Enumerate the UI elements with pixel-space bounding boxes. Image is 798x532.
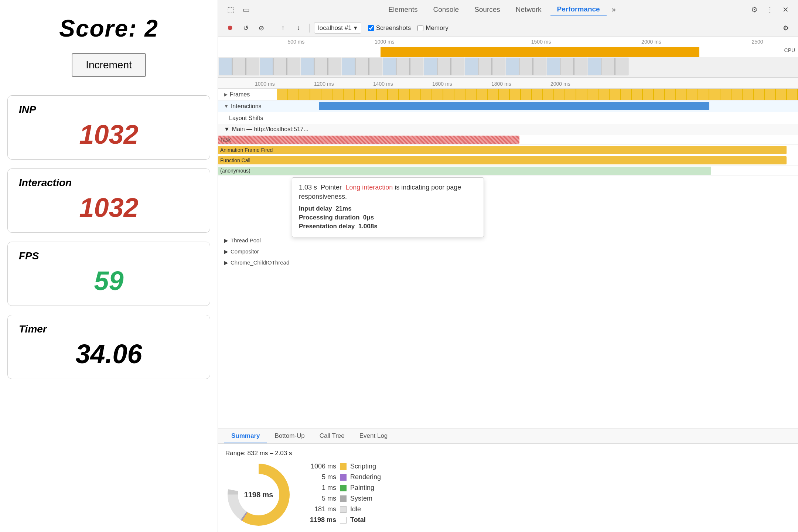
painting-label: Painting	[350, 484, 374, 492]
system-label: System	[350, 495, 372, 502]
url-selector[interactable]: localhost #1 ▾	[314, 22, 361, 34]
more-options-icon[interactable]: ⋮	[763, 3, 777, 16]
tab-sources[interactable]: Sources	[468, 3, 507, 16]
frames-label-text: Frames	[230, 91, 250, 98]
tab-event-log[interactable]: Event Log	[352, 429, 395, 443]
screenshots-checkbox-group: Screenshots	[368, 24, 411, 32]
flame-bar-anonymous[interactable]: (anonymous)	[218, 167, 711, 175]
memory-checkbox[interactable]	[417, 25, 423, 31]
record-button[interactable]: ⏺	[224, 22, 236, 34]
timeline-scroll[interactable]: ▶ Frames ▼ Interactions	[218, 89, 798, 429]
devtools-panel: ⬚ ▭ Elements Console Sources Network Per…	[218, 0, 798, 532]
capture-settings-icon[interactable]: ⚙	[780, 22, 792, 34]
scripting-swatch	[340, 463, 347, 470]
rendering-swatch	[340, 474, 347, 481]
tab-summary[interactable]: Summary	[224, 429, 267, 443]
performance-toolbar: ⏺ ↺ ⊘ ↑ ↓ localhost #1 ▾ Screenshots Mem…	[218, 19, 798, 37]
fps-value: 59	[19, 266, 199, 296]
score-title: Score: 2	[59, 15, 158, 42]
legend-system-ms: 5 ms	[307, 495, 336, 502]
timeline-main: 1000 ms 1200 ms 1400 ms 1600 ms 1800 ms …	[218, 78, 798, 429]
compositor-arrow[interactable]: ▶	[224, 248, 228, 255]
legend-total: 1198 ms Total	[307, 516, 381, 524]
legend-painting-ms: 1 ms	[307, 484, 336, 492]
flame-row-anonymous: (anonymous)	[218, 166, 798, 176]
frames-collapse-arrow[interactable]: ▶	[224, 92, 228, 97]
flame-task-label: Task	[220, 137, 231, 143]
legend-total-ms: 1198 ms	[307, 516, 336, 524]
bottom-tabs: Summary Bottom-Up Call Tree Event Log	[218, 429, 798, 444]
tab-call-tree[interactable]: Call Tree	[312, 429, 352, 443]
thread-pool-label: ▶ Thread Pool	[218, 237, 261, 244]
main-collapse-arrow[interactable]: ▼	[224, 126, 230, 133]
flame-bar-task[interactable]: Task	[218, 136, 519, 144]
thread-pool-marker	[449, 245, 449, 248]
interactions-track: ▼ Interactions	[218, 100, 798, 112]
separator2	[309, 24, 310, 33]
inp-label: INP	[19, 104, 199, 116]
time-1000: 1000 ms	[255, 81, 275, 87]
frames-label: ▶ Frames	[218, 91, 277, 98]
memory-label: Memory	[426, 24, 448, 32]
timer-value: 34.06	[19, 339, 199, 369]
compositor-text: Compositor	[231, 248, 259, 255]
bottom-panel: Summary Bottom-Up Call Tree Event Log Ra…	[218, 429, 798, 532]
time-1400: 1400 ms	[373, 81, 393, 87]
flame-spacer	[218, 176, 798, 235]
time-1600: 1600 ms	[432, 81, 452, 87]
flame-anonymous-label: (anonymous)	[220, 168, 250, 174]
separator	[272, 24, 272, 33]
flame-bar-animation[interactable]: Animation Frame Fired	[218, 146, 787, 154]
compositor-label: ▶ Compositor	[218, 248, 259, 255]
total-swatch	[340, 517, 347, 524]
settings-icon[interactable]: ⚙	[748, 3, 761, 16]
layout-shifts-label: Layout Shifts	[218, 115, 277, 122]
device-icon[interactable]: ▭	[239, 3, 253, 16]
flame-bar-function[interactable]: Function Call	[218, 156, 787, 164]
donut-center-label: 1198 ms	[244, 491, 273, 499]
interaction-bar[interactable]	[319, 102, 710, 110]
left-panel: Score: 2 Increment INP 1032 Interaction …	[0, 0, 218, 532]
ruler-2500: 2500	[751, 39, 763, 45]
layout-shifts-text: Layout Shifts	[224, 115, 263, 122]
interactions-label-text: Interactions	[231, 103, 262, 110]
interactions-collapse-arrow[interactable]: ▼	[224, 103, 229, 109]
export-button[interactable]: ↑	[277, 22, 289, 34]
chrome-child-label: ▶ Chrome_ChildIOThread	[218, 259, 289, 266]
main-thread-section: ▼ Main — http://localhost:517... Task An…	[218, 124, 798, 235]
fps-card: FPS 59	[7, 242, 210, 306]
import-button[interactable]: ↓	[292, 22, 305, 34]
ruler-500: 500 ms	[287, 39, 304, 45]
more-tabs-btn[interactable]: »	[609, 4, 619, 15]
ruler-1000: 1000 ms	[375, 39, 395, 45]
chrome-child-arrow[interactable]: ▶	[224, 259, 228, 266]
flame-row-animation: Animation Frame Fired	[218, 145, 798, 155]
devtools-tabbar: ⬚ ▭ Elements Console Sources Network Per…	[218, 0, 798, 19]
screenshots-checkbox[interactable]	[368, 25, 374, 31]
tab-network[interactable]: Network	[509, 3, 548, 16]
close-icon[interactable]: ✕	[779, 3, 792, 16]
bottom-content: Range: 832 ms – 2.03 s	[218, 444, 798, 532]
tab-elements[interactable]: Elements	[382, 3, 424, 16]
time-ruler: 1000 ms 1200 ms 1400 ms 1600 ms 1800 ms …	[218, 78, 798, 89]
inspect-icon[interactable]: ⬚	[224, 3, 237, 16]
rendering-label: Rendering	[350, 473, 381, 481]
flame-row-task: Task	[218, 134, 798, 145]
timer-label: Timer	[19, 323, 199, 335]
increment-button[interactable]: Increment	[72, 53, 146, 77]
tab-bottom-up[interactable]: Bottom-Up	[267, 429, 312, 443]
refresh-record-button[interactable]: ↺	[239, 22, 252, 34]
system-swatch	[340, 495, 347, 502]
tab-performance[interactable]: Performance	[550, 3, 607, 16]
painting-swatch	[340, 485, 347, 491]
time-1200: 1200 ms	[314, 81, 334, 87]
tab-console[interactable]: Console	[426, 3, 466, 16]
memory-checkbox-group: Memory	[417, 24, 448, 32]
timeline-overview[interactable]: 500 ms 1000 ms 1500 ms 2000 ms 2500 CPU …	[218, 37, 798, 78]
chrome-child-text: Chrome_ChildIOThread	[231, 259, 289, 266]
thread-pool-arrow[interactable]: ▶	[224, 237, 228, 244]
range-text: Range: 832 ms – 2.03 s	[225, 450, 791, 457]
clear-button[interactable]: ⊘	[255, 22, 267, 34]
ruler-2000: 2000 ms	[641, 39, 661, 45]
url-label: localhost #1	[318, 24, 352, 32]
